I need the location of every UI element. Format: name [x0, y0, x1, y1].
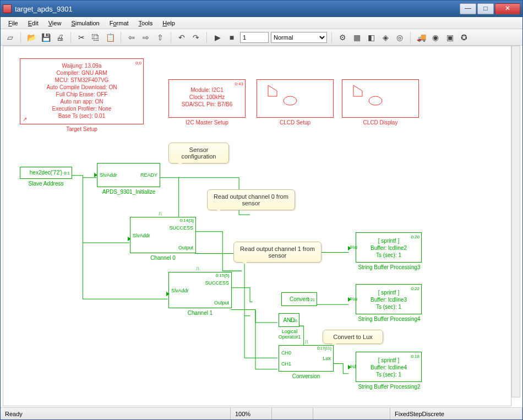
block-sbp3[interactable]: 0:20 [ sprintf ] Buffer: lcdline2 Ts (se…: [356, 232, 422, 263]
vertical-scrollbar[interactable]: [511, 46, 520, 397]
label-logop: Logical Operator1: [273, 329, 306, 340]
tool-icon-7[interactable]: ◉: [429, 31, 442, 43]
window-title: target_apds_9301: [15, 5, 460, 13]
block-and[interactable]: 0:16 AND: [279, 313, 299, 327]
status-empty1: [272, 408, 313, 419]
svg-point-1: [284, 96, 297, 105]
back-icon[interactable]: ⇦: [126, 31, 138, 43]
label-conv2: Conversion: [279, 373, 334, 379]
status-empty2: [313, 408, 390, 419]
callout-sensor-config: Sensor configuration: [168, 143, 229, 163]
block-i2c-setup[interactable]: 0:43 Module: I2C1 Clock: 100kHz SDA/SCL …: [168, 79, 246, 118]
label-sbp4: String Buffer Processing4: [348, 316, 431, 322]
svg-marker-2: [353, 85, 362, 96]
label-sbp3: String Buffer Processing3: [348, 264, 431, 270]
paste-icon[interactable]: 📋: [104, 31, 116, 43]
block-channel1[interactable]: 0:15{5} SlvAddr SUCCESS Output: [168, 272, 232, 308]
up-icon[interactable]: ⇧: [154, 31, 166, 43]
tool-icon-2[interactable]: ▦: [351, 31, 363, 43]
menu-format[interactable]: Format: [105, 19, 133, 28]
maximize-button[interactable]: □: [477, 3, 494, 14]
toolbar: ▱ 📂 💾 🖨 ✂ ⿻ 📋 ⇦ ⇨ ⇧ ↶ ↷ ▶ ■ Normal ⚙ ▦ ◧…: [1, 29, 522, 46]
status-zoom: 100%: [231, 408, 272, 419]
block-clcd-setup[interactable]: [257, 79, 334, 118]
block-convert[interactable]: 0:21 Convert: [281, 292, 317, 306]
mode-select[interactable]: Normal: [271, 32, 327, 43]
diagram-canvas[interactable]: 0:0 Waijung: 13.09a Compiler: GNU ARM MC…: [3, 46, 511, 406]
block-slave-address[interactable]: 0:1 hex2dec('72'): [20, 167, 72, 179]
block-conversion[interactable]: 0:17{11} CH0 CH1 Lux: [279, 345, 334, 372]
cut-icon[interactable]: ✂: [75, 31, 88, 43]
label-clcd-display: CLCD Display: [342, 119, 419, 126]
tool-icon-8[interactable]: ▣: [444, 31, 456, 43]
block-sbp2[interactable]: 0:18 [ sprintf ] Buffer: lcdline4 Ts (se…: [356, 352, 422, 382]
menubar: File Edit View Simulation Format Tools H…: [1, 17, 522, 29]
redo-icon[interactable]: ↷: [190, 31, 202, 43]
copy-icon[interactable]: ⿻: [90, 31, 102, 43]
tool-icon-3[interactable]: ◧: [365, 31, 377, 43]
app-window: target_apds_9301 — □ ✕ File Edit View Si…: [0, 0, 523, 420]
label-target-setup: Target Setup: [20, 126, 144, 132]
undo-icon[interactable]: ↶: [176, 31, 188, 43]
tool-icon-6[interactable]: 🚚: [415, 31, 427, 43]
svg-marker-0: [268, 85, 277, 96]
menu-view[interactable]: View: [44, 19, 66, 28]
label-ch1: Channel 1: [168, 310, 232, 316]
open-icon[interactable]: 📂: [25, 31, 37, 43]
app-icon: [3, 4, 12, 13]
stop-icon[interactable]: ■: [226, 31, 238, 43]
label-slave: Slave Address: [20, 181, 72, 187]
forward-icon[interactable]: ⇨: [140, 31, 152, 43]
titlebar[interactable]: target_apds_9301 — □ ✕: [1, 1, 522, 17]
status-ready: Ready: [1, 408, 231, 419]
print-icon[interactable]: 🖨: [54, 31, 66, 43]
label-init: APDS_9301_Initialize: [90, 189, 167, 195]
trigger-icon: ⎍: [196, 265, 199, 271]
trigger-icon: ⎍: [305, 339, 308, 345]
play-icon[interactable]: ▶: [211, 31, 224, 43]
menu-file[interactable]: File: [4, 19, 23, 28]
label-sbp2: String Buffer Processing2: [348, 384, 431, 390]
callout-ch0: Read output channel 0 from sensor: [207, 189, 295, 210]
menu-edit[interactable]: Edit: [24, 19, 43, 28]
save-icon[interactable]: 💾: [40, 31, 52, 43]
callout-ch1: Read output channel 1 from sensor: [233, 242, 322, 263]
label-clcd-setup: CLCD Setup: [257, 119, 334, 126]
tool-icon-1[interactable]: ⚙: [336, 31, 348, 43]
close-button[interactable]: ✕: [495, 3, 520, 14]
step-input[interactable]: [240, 32, 269, 43]
trigger-icon: ⎍: [159, 210, 162, 216]
menu-help[interactable]: Help: [158, 19, 179, 28]
block-channel0[interactable]: 0:14{3} SlvAddr SUCCESS Output: [130, 217, 196, 253]
menu-tools[interactable]: Tools: [134, 19, 157, 28]
block-init[interactable]: SlvAddr READY: [97, 163, 160, 187]
block-target-setup[interactable]: 0:0 Waijung: 13.09a Compiler: GNU ARM MC…: [20, 58, 144, 124]
status-solver: FixedStepDiscrete: [390, 408, 522, 419]
block-clcd-display[interactable]: [342, 79, 419, 118]
block-sbp4[interactable]: 0:22 [ sprintf ] Buffer: lcdline3 Ts (se…: [356, 284, 422, 314]
tool-icon-5[interactable]: ◎: [394, 31, 406, 43]
menu-simulation[interactable]: Simulation: [67, 19, 103, 28]
svg-point-3: [369, 96, 382, 105]
label-i2c: I2C Master Setup: [168, 119, 246, 126]
minimize-button[interactable]: —: [460, 3, 476, 14]
new-icon[interactable]: ▱: [4, 31, 16, 43]
callout-lux: Convert to Lux: [323, 330, 383, 344]
label-ch0: Channel 0: [130, 255, 196, 261]
status-bar: Ready 100% FixedStepDiscrete: [1, 407, 522, 419]
tool-icon-9[interactable]: ✪: [458, 31, 470, 43]
tool-icon-4[interactable]: ◈: [379, 31, 391, 43]
